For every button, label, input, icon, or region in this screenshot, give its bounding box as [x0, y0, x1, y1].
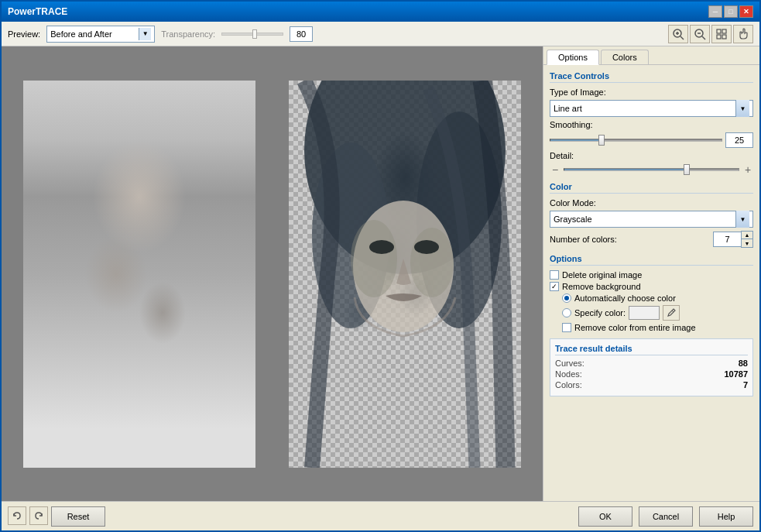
ok-button[interactable]: OK: [578, 506, 632, 527]
after-panel: [274, 53, 537, 495]
smoothing-row: Smoothing:: [550, 120, 753, 129]
svg-point-17: [156, 239, 166, 248]
radio-group: Automatically choose color Specify color…: [562, 293, 753, 332]
trace-result-section: Trace result details Curves: 88 Nodes: 1…: [550, 338, 753, 396]
num-colors-up[interactable]: ▲: [742, 232, 752, 239]
smoothing-label: Smoothing:: [550, 120, 593, 129]
main-content: Options Colors Trace Controls Type of Im…: [2, 46, 759, 501]
nodes-value: 10787: [724, 369, 748, 379]
color-swatch[interactable]: [629, 306, 660, 320]
svg-rect-7: [717, 29, 721, 33]
maximize-button[interactable]: □: [724, 5, 738, 18]
auto-choose-radio[interactable]: [562, 293, 571, 303]
color-mode-label: Color Mode:: [550, 198, 596, 208]
bottom-bar: Reset OK Cancel Help: [2, 501, 759, 530]
toolbar-icons: [668, 25, 753, 43]
preview-selected: Before and After: [50, 29, 112, 39]
smoothing-thumb[interactable]: [598, 135, 605, 146]
svg-rect-8: [722, 29, 726, 33]
remove-entire-label: Remove color from entire image: [574, 323, 696, 332]
before-portrait-svg: [23, 81, 255, 468]
curves-row: Curves: 88: [555, 359, 748, 368]
smoothing-fill: [550, 140, 602, 141]
cancel-button[interactable]: Cancel: [639, 506, 693, 527]
reset-label: Reset: [67, 512, 90, 521]
color-mode-arrow: ▼: [735, 211, 749, 228]
redo-icon: [33, 510, 44, 521]
hand-tool-icon: [737, 28, 749, 40]
svg-point-14: [105, 237, 127, 249]
type-of-image-select[interactable]: Line art ▼: [550, 100, 753, 117]
zoom-out-icon: [694, 28, 706, 40]
close-button[interactable]: ✕: [739, 5, 753, 18]
transparency-slider[interactable]: [221, 33, 283, 36]
color-header: Color: [550, 182, 753, 194]
help-button[interactable]: Help: [699, 506, 753, 527]
detail-thumb[interactable]: [684, 164, 690, 175]
bottom-left: Reset: [8, 506, 575, 527]
detail-slider[interactable]: [564, 163, 739, 176]
title-bar: PowerTRACE ─ □ ✕: [2, 2, 759, 22]
nodes-label: Nodes:: [555, 369, 582, 379]
delete-original-label: Delete original image: [562, 270, 642, 280]
svg-point-23: [351, 220, 397, 297]
specify-color-label: Specify color:: [574, 308, 626, 317]
zoom-fit-button[interactable]: [711, 25, 732, 43]
undo-button[interactable]: [8, 506, 26, 525]
svg-point-15: [150, 237, 172, 249]
window-title: PowerTRACE: [8, 6, 67, 17]
smoothing-slider[interactable]: [550, 134, 722, 146]
traced-overlay: [289, 81, 521, 468]
minimize-button[interactable]: ─: [708, 5, 722, 18]
options-header: Options: [550, 254, 753, 266]
svg-point-26: [414, 240, 439, 254]
colors-label: Colors:: [555, 380, 582, 390]
cancel-label: Cancel: [653, 512, 679, 521]
tab-colors[interactable]: Colors: [601, 50, 649, 64]
toolbar: Preview: Before and After ▼ Transparency…: [2, 22, 759, 46]
svg-rect-11: [23, 81, 255, 468]
num-colors-value[interactable]: 7: [713, 232, 741, 247]
panel-content: Trace Controls Type of Image: Line art ▼…: [543, 65, 759, 501]
preview-area: [2, 46, 543, 501]
eyedropper-button[interactable]: [663, 305, 680, 321]
type-selected: Line art: [554, 104, 582, 113]
svg-point-25: [369, 240, 394, 254]
after-portrait-svg: [289, 81, 521, 468]
options-section: Options Delete original image ✓ Remove b…: [550, 254, 753, 332]
remove-background-row: ✓ Remove background: [550, 282, 753, 291]
color-mode-label-row: Color Mode:: [550, 198, 753, 208]
smoothing-control-row: 25: [550, 132, 753, 148]
reset-button[interactable]: Reset: [51, 506, 105, 527]
color-mode-select[interactable]: Grayscale ▼: [550, 211, 753, 228]
colors-value: 7: [743, 380, 748, 390]
after-image: [289, 81, 521, 468]
preview-dropdown[interactable]: Before and After ▼: [46, 26, 155, 43]
svg-rect-10: [722, 35, 726, 39]
redo-button[interactable]: [29, 506, 48, 525]
specify-color-radio[interactable]: [562, 308, 571, 317]
tab-options[interactable]: Options: [547, 50, 599, 65]
nodes-row: Nodes: 10787: [555, 369, 748, 379]
zoom-in-button[interactable]: [668, 25, 688, 43]
svg-point-12: [46, 81, 232, 259]
detail-track: [564, 169, 739, 171]
hand-tool-button[interactable]: [733, 25, 753, 43]
remove-entire-checkbox[interactable]: [562, 323, 571, 332]
trace-controls-section: Trace Controls Type of Image: Line art ▼…: [550, 71, 753, 176]
num-colors-down[interactable]: ▼: [742, 239, 752, 247]
help-label: Help: [718, 512, 735, 521]
detail-plus[interactable]: +: [742, 163, 753, 176]
zoom-out-button[interactable]: [690, 25, 710, 43]
num-colors-row: Number of colors: 7 ▲ ▼: [550, 231, 753, 248]
color-mode-selected: Grayscale: [554, 215, 592, 224]
delete-original-row: Delete original image: [550, 270, 753, 280]
svg-point-13: [84, 189, 192, 328]
detail-label-row: Detail:: [550, 151, 753, 160]
auto-choose-label: Automatically choose color: [574, 293, 676, 303]
detail-minus[interactable]: −: [550, 163, 560, 176]
delete-original-checkbox[interactable]: [550, 270, 559, 280]
preview-label: Preview:: [8, 29, 40, 39]
remove-background-checkbox[interactable]: ✓: [550, 282, 559, 291]
color-section: Color Color Mode: Grayscale ▼ Number of …: [550, 182, 753, 248]
